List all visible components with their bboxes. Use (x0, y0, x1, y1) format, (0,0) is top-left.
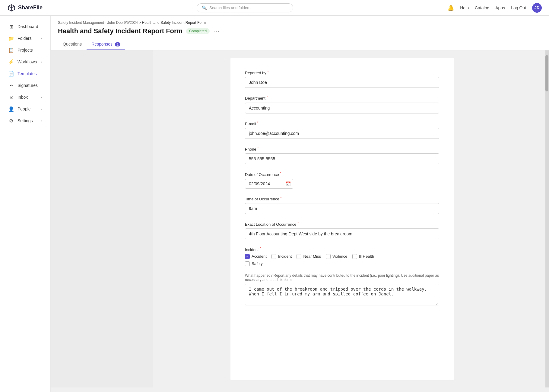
main-content: Safety Incident Management - John Doe 9/… (51, 16, 549, 392)
sidebar-item-folders[interactable]: 📁 Folders › (2, 33, 48, 44)
sidebar-label-projects: Projects (17, 48, 33, 53)
top-navigation: ShareFile 🔍 Search files and folders 🔔 H… (0, 0, 549, 16)
logo-area: ShareFile (7, 4, 43, 12)
calendar-icon: 📅 (286, 181, 291, 186)
right-panel (531, 50, 549, 387)
what-happened-description: What happened? Report any details that m… (245, 273, 439, 282)
chevron-right-icon: › (41, 60, 42, 64)
logout-link[interactable]: Log Out (511, 5, 526, 10)
more-options-button[interactable]: ··· (213, 28, 220, 34)
inbox-icon: ✉ (8, 94, 14, 100)
sidebar-label-people: People (17, 107, 31, 111)
label-phone: Phone * (245, 146, 439, 151)
signatures-icon: ✒ (8, 83, 14, 88)
sidebar-item-projects[interactable]: 📋 Projects (2, 44, 48, 56)
label-incident: Incident * (245, 247, 439, 252)
sidebar-label-folders: Folders (17, 36, 32, 41)
input-reported-by[interactable] (245, 77, 439, 88)
sidebar-label-inbox: Inbox (17, 95, 28, 100)
checkbox-violence[interactable]: Violence (326, 254, 347, 259)
form-group-reported-by: Reported by * (245, 70, 439, 88)
sidebar-label-signatures: Signatures (17, 83, 38, 88)
top-nav-right: 🔔 Help Catalog Apps Log Out JD (447, 3, 542, 13)
sidebar-item-settings[interactable]: ⚙ Settings › (2, 115, 48, 126)
tab-badge-responses: 1 (115, 42, 120, 46)
form-group-location: Exact Location of Occurrence * (245, 221, 439, 239)
user-avatar[interactable]: JD (532, 3, 542, 13)
app-layout: ⊞ Dashboard 📁 Folders › 📋 Projects ⚡ Wor… (0, 16, 549, 392)
breadcrumb: Safety Incident Management - John Doe 9/… (58, 21, 542, 25)
page-title: Health and Safety Incident Report Form (58, 27, 182, 35)
checkbox-incident-box[interactable] (271, 254, 276, 259)
label-location: Exact Location of Occurrence * (245, 221, 439, 227)
scrollbar-track (545, 50, 549, 387)
input-location[interactable] (245, 228, 439, 239)
chevron-right-icon: › (41, 107, 42, 111)
tab-responses[interactable]: Responses 1 (87, 39, 125, 50)
label-email: E-mail * (245, 121, 439, 126)
checkbox-violence-box[interactable] (326, 254, 331, 259)
label-date: Date of Occurrence * (245, 171, 439, 177)
logo-text: ShareFile (18, 5, 43, 11)
label-reported-by: Reported by * (245, 70, 439, 75)
input-phone[interactable] (245, 153, 439, 164)
sidebar-item-signatures[interactable]: ✒ Signatures (2, 80, 48, 91)
checkbox-safety-box[interactable] (245, 261, 250, 266)
left-panel (51, 50, 153, 387)
breadcrumb-parent[interactable]: Safety Incident Management - John Doe 9/… (58, 21, 138, 25)
sidebar-item-inbox[interactable]: ✉ Inbox › (2, 91, 48, 103)
form-card: Reported by * Department * (230, 58, 454, 380)
sidebar-label-templates: Templates (17, 71, 37, 76)
form-group-time: Time of Occurrence * (245, 196, 439, 214)
tabs-bar: Questions Responses 1 (58, 39, 542, 50)
form-group-email: E-mail * (245, 121, 439, 139)
form-group-what-happened: What happened? Report any details that m… (245, 273, 439, 306)
label-department: Department * (245, 95, 439, 100)
label-time: Time of Occurrence * (245, 196, 439, 201)
form-area: Reported by * Department * (153, 50, 531, 387)
input-time[interactable] (245, 203, 439, 214)
checkbox-ill-health[interactable]: Ill Health (352, 254, 374, 259)
catalog-link[interactable]: Catalog (475, 5, 489, 10)
sharefile-logo-icon (7, 4, 16, 12)
scrollbar-thumb[interactable] (545, 55, 548, 91)
status-badge: Completed (186, 28, 210, 34)
checkbox-near-miss-box[interactable] (297, 254, 301, 259)
search-placeholder: Search files and folders (209, 5, 250, 10)
checkbox-accident-box[interactable]: ✓ (245, 254, 250, 259)
breadcrumb-current: Health and Safety Incident Report Form (142, 21, 206, 25)
checkbox-ill-health-box[interactable] (352, 254, 357, 259)
sidebar-label-workflows: Workflows (17, 59, 37, 64)
sidebar-item-people[interactable]: 👤 People › (2, 103, 48, 115)
checkbox-safety[interactable]: Safety (245, 261, 263, 266)
breadcrumb-separator: > (139, 21, 142, 25)
page-title-row: Health and Safety Incident Report Form C… (58, 27, 542, 35)
sidebar-item-workflows[interactable]: ⚡ Workflows › (2, 56, 48, 68)
sidebar: ⊞ Dashboard 📁 Folders › 📋 Projects ⚡ Wor… (0, 16, 51, 392)
folders-icon: 📁 (8, 36, 14, 41)
search-bar[interactable]: 🔍 Search files and folders (197, 3, 293, 12)
input-email[interactable] (245, 128, 439, 139)
date-input-wrap: 📅 (245, 179, 293, 189)
people-icon: 👤 (8, 106, 14, 112)
sidebar-item-dashboard[interactable]: ⊞ Dashboard (2, 21, 48, 32)
apps-link[interactable]: Apps (495, 5, 505, 10)
sidebar-label-dashboard: Dashboard (17, 24, 38, 29)
input-department[interactable] (245, 103, 439, 113)
bell-icon[interactable]: 🔔 (447, 5, 454, 11)
help-link[interactable]: Help (460, 5, 469, 10)
sidebar-item-templates[interactable]: 📄 Templates (2, 68, 48, 79)
checkbox-incident[interactable]: Incident (271, 254, 292, 259)
tab-questions[interactable]: Questions (58, 39, 87, 50)
workflows-icon: ⚡ (8, 59, 14, 65)
form-group-phone: Phone * (245, 146, 439, 164)
form-group-department: Department * (245, 95, 439, 113)
search-icon: 🔍 (202, 5, 207, 10)
form-group-date: Date of Occurrence * 📅 (245, 171, 439, 188)
textarea-what-happened[interactable] (245, 284, 439, 305)
checkbox-near-miss[interactable]: Near Miss (297, 254, 321, 259)
sidebar-label-settings: Settings (17, 118, 33, 123)
checkbox-accident[interactable]: ✓ Accident (245, 254, 267, 259)
incident-checkbox-group: ✓ Accident Incident Near Miss (245, 254, 439, 259)
chevron-right-icon: › (41, 37, 42, 40)
